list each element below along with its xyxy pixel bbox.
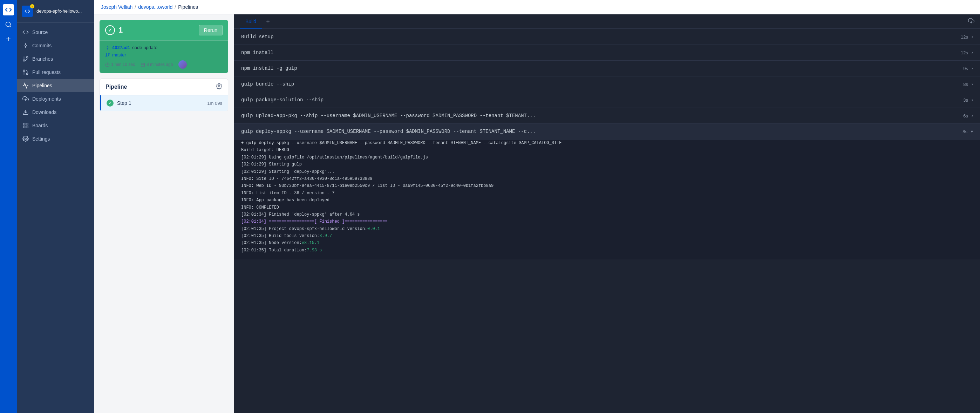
sidebar: 🔒 devops-spfx-hellowo... Source Commits (17, 0, 94, 413)
pipeline-settings-icon[interactable] (216, 83, 222, 91)
chevron-right-icon: › (972, 97, 973, 102)
sidebar-item-downloads[interactable]: Downloads (17, 105, 94, 119)
svg-line-1 (10, 26, 11, 27)
log-item-name: gulp deploy-sppkg --username $ADMIN_USER… (241, 129, 536, 134)
log-line: [02:01:35] Project devops-spfx-helloworl… (241, 225, 973, 233)
deployments-icon (22, 96, 29, 102)
chevron-right-icon: › (972, 66, 973, 71)
sidebar-item-pipelines[interactable]: Pipelines (17, 79, 94, 92)
repo-header: 🔒 devops-spfx-hellowo... (17, 0, 94, 23)
log-item-right: 8s ▾ (963, 129, 973, 134)
branch-name[interactable]: master (112, 52, 126, 57)
step-item[interactable]: ✓ Step 1 1m 09s (100, 96, 228, 111)
svg-point-0 (6, 22, 11, 27)
log-item[interactable]: npm install -g gulp 9s › (234, 61, 980, 77)
log-item-name: npm install (241, 50, 274, 56)
log-item-right: 8s › (963, 82, 973, 87)
sidebar-label-pipelines: Pipelines (32, 83, 52, 88)
log-item[interactable]: Build setup 12s › (234, 29, 980, 45)
repo-icon: 🔒 (22, 6, 33, 17)
build-run-meta: 4027ad1 code update master (100, 40, 228, 73)
sidebar-label-deployments: Deployments (32, 96, 61, 102)
log-expanded-content: + gulp deploy-sppkg --username $ADMIN_US… (234, 140, 980, 260)
breadcrumb-sep-2: / (175, 4, 176, 10)
add-tab-button[interactable]: + (263, 15, 273, 28)
log-item[interactable]: npm install 12s › (234, 45, 980, 61)
sidebar-item-deployments[interactable]: Deployments (17, 92, 94, 105)
log-line: [02:01:29] Starting gulp (241, 161, 973, 168)
tab-build[interactable]: Build (240, 14, 262, 29)
svg-rect-16 (26, 123, 28, 125)
build-number: 1 (118, 26, 123, 35)
log-item-name: gulp package-solution --ship (241, 97, 323, 103)
sidebar-label-branches: Branches (32, 56, 53, 62)
time-ago-stat: 8 minutes ago (140, 62, 173, 67)
branches-icon (22, 56, 29, 62)
sidebar-item-commits[interactable]: Commits (17, 39, 94, 52)
lock-badge: 🔒 (30, 4, 34, 8)
commit-row: 4027ad1 code update (105, 45, 223, 50)
log-item-expanded[interactable]: gulp deploy-sppkg --username $ADMIN_USER… (234, 124, 980, 140)
commit-hash[interactable]: 4027ad1 (112, 45, 130, 50)
boards-icon (22, 122, 29, 129)
sidebar-item-branches[interactable]: Branches (17, 52, 94, 65)
breadcrumb-user[interactable]: Joseph Velliah (101, 4, 132, 10)
sidebar-label-settings: Settings (32, 136, 50, 142)
log-item-right: 9s › (963, 66, 973, 71)
breadcrumb-repo[interactable]: devops...oworld (138, 4, 172, 10)
log-time: 9s (963, 66, 968, 71)
step-name: Step 1 (117, 100, 131, 106)
build-run-number: ✓ 1 (105, 25, 123, 35)
log-item-right: 12s › (961, 34, 973, 40)
commit-message: code update (132, 45, 158, 50)
svg-rect-27 (141, 63, 145, 67)
pull-requests-icon (22, 69, 29, 75)
breadcrumb: Joseph Velliah / devops...oworld / Pipel… (94, 0, 980, 14)
chevron-down-icon: ▾ (971, 129, 973, 134)
sidebar-item-boards[interactable]: Boards (17, 119, 94, 132)
step-left: ✓ Step 1 (107, 100, 131, 107)
branch-icon (105, 53, 110, 57)
svg-point-10 (26, 73, 28, 75)
svg-rect-15 (23, 123, 25, 125)
log-item[interactable]: gulp bundle --ship 8s › (234, 77, 980, 92)
avatar (178, 60, 187, 69)
duration-stat: 1 min 10 sec (105, 62, 135, 67)
svg-point-8 (26, 56, 28, 58)
build-duration: 1 min 10 sec (111, 62, 135, 67)
pipelines-icon (22, 82, 29, 89)
log-item-name: npm install -g gulp (241, 65, 297, 71)
step-status-icon: ✓ (107, 100, 114, 107)
log-line: INFO: Web ID - 93b730bf-949a-4415-8711-b… (241, 182, 973, 189)
sidebar-item-settings[interactable]: Settings (17, 132, 94, 145)
log-item[interactable]: gulp package-solution --ship 3s › (234, 92, 980, 108)
sidebar-item-source[interactable]: Source (17, 26, 94, 39)
log-time: 8s (963, 82, 968, 87)
svg-point-20 (107, 47, 108, 48)
global-search-icon[interactable] (5, 21, 12, 30)
svg-point-4 (25, 45, 27, 46)
log-item-name: gulp bundle --ship (241, 81, 294, 87)
sidebar-label-boards: Boards (32, 123, 48, 128)
sidebar-item-pull-requests[interactable]: Pull requests (17, 65, 94, 79)
svg-point-25 (106, 56, 107, 57)
download-log-button[interactable] (968, 18, 974, 25)
log-line: INFO: List item ID - 36 / version - 7 (241, 190, 973, 197)
downloads-icon (22, 109, 29, 115)
log-line: INFO: COMPLETED (241, 204, 973, 211)
create-button[interactable] (5, 35, 12, 44)
log-line: [02:01:29] Using gulpfile /opt/atlassian… (241, 154, 973, 161)
commit-icon (105, 45, 110, 50)
chevron-right-icon: › (972, 82, 973, 87)
sidebar-label-commits: Commits (32, 43, 51, 48)
log-item[interactable]: gulp upload-app-pkg --ship --username $A… (234, 108, 980, 124)
build-run-card: ✓ 1 Rerun 4027ad1 code update (100, 20, 228, 73)
rerun-button[interactable]: Rerun (199, 25, 223, 35)
build-run-header: ✓ 1 Rerun (100, 20, 228, 40)
brand-logo[interactable] (3, 4, 14, 16)
log-item-right: 6s › (963, 113, 973, 118)
log-time: 6s (963, 113, 968, 118)
brand-bar (0, 0, 17, 413)
log-line: INFO: App package has been deployed (241, 197, 973, 204)
log-line: [02:01:35] Total duration:7.93 s (241, 247, 973, 254)
